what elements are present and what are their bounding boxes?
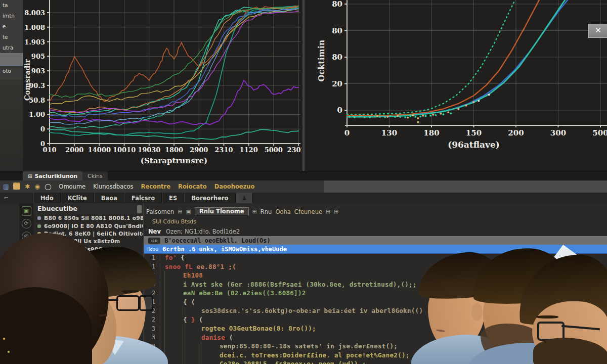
tree-item-label: 6o9008| IO E 80 A810 Qus'8ndiCle bbox=[44, 223, 143, 230]
toolbar: ▥ ✱ ◉ ◯ Omoume Klunosdbacos Recontre Roi… bbox=[0, 180, 607, 193]
gear-icon[interactable]: ✱ bbox=[25, 183, 30, 190]
close-button[interactable]: ✕ bbox=[588, 24, 607, 38]
window-icon: ⊞ bbox=[28, 171, 32, 181]
code-text: senp:85.80:80-.18s satets' in jse.der£ne… bbox=[220, 342, 398, 350]
editor-subheader-row: SUl Cddiu Btsds bbox=[144, 217, 607, 226]
code-text: snoo fL ee.88°1 ;( bbox=[165, 263, 236, 270]
svg-text:80: 80 bbox=[332, 26, 342, 35]
code-text: sos38dscn.'s'ss.6oktg)o~obe:ar beia:éet … bbox=[201, 307, 435, 314]
svg-text:(Staraptrunsre): (Staraptrunsre) bbox=[141, 156, 207, 165]
indent-guide bbox=[164, 333, 179, 342]
grid-small-icon[interactable]: ⊞ bbox=[178, 208, 182, 215]
menu-item[interactable]: Klunosdbacos bbox=[93, 183, 133, 190]
doc-tab[interactable]: KClite bbox=[61, 193, 94, 203]
header-item-run[interactable]: Rnu bbox=[261, 208, 272, 215]
doc-tab-lead-icon[interactable]: ⌐ bbox=[0, 193, 33, 203]
new-row-text: Ozen; NG1:d!o. Bodl1de2 bbox=[166, 228, 240, 235]
code-text: i Avst ske (6er :8886(BsfPsaei (30ko.8ee… bbox=[183, 281, 417, 288]
indent-guide bbox=[164, 315, 179, 325]
svg-text:180: 180 bbox=[423, 128, 439, 138]
doc-tab[interactable]: Baoa bbox=[94, 193, 124, 203]
indent-guide bbox=[164, 289, 179, 298]
code-text: { } ( bbox=[183, 316, 203, 324]
svg-text:(96atflave): (96atflave) bbox=[448, 140, 500, 150]
strip-grid-icon[interactable]: ▣ bbox=[22, 206, 31, 216]
svg-text:130: 130 bbox=[381, 128, 397, 138]
camera-icon[interactable]: ◉ bbox=[34, 183, 39, 190]
grid-icon[interactable]: ▥ bbox=[3, 183, 9, 190]
indent-guide bbox=[164, 324, 179, 333]
tree-item[interactable]: B80 6 850s Sil 8081 8008.1 o98kd bbox=[33, 214, 143, 222]
svg-text:905: 905 bbox=[31, 53, 45, 60]
record-icon[interactable]: ◯ bbox=[45, 183, 51, 190]
svg-text:1.008: 1.008 bbox=[24, 24, 45, 31]
strip-sync-icon[interactable]: ⟳ bbox=[22, 219, 31, 229]
svg-text:80: 80 bbox=[332, 0, 342, 9]
screenshot-root: 0102000140001001019030180029002310112050… bbox=[0, 0, 607, 364]
folder-icon[interactable] bbox=[13, 184, 20, 190]
code-text: Ce28e 2088L5, £s8neox:e: poem.(ud)) : bbox=[220, 360, 366, 364]
tree-scrollbar[interactable] bbox=[137, 205, 142, 213]
svg-text:150: 150 bbox=[466, 128, 482, 138]
menu-item-accent[interactable]: Roiocato bbox=[178, 183, 207, 190]
person-2-ear bbox=[471, 303, 483, 321]
doc-tab[interactable]: ES bbox=[162, 193, 184, 203]
window-tab-active[interactable]: ⊞Sacluriklunon bbox=[23, 171, 82, 181]
menu-item[interactable]: Omoume bbox=[59, 183, 85, 190]
person-1-brow bbox=[121, 290, 139, 293]
grid-small-icon[interactable]: ⊞ bbox=[326, 208, 330, 215]
grid-small-icon[interactable]: ⊞ bbox=[334, 208, 338, 215]
line-number: 2 bbox=[144, 316, 160, 323]
editor-new-row: Nev Ozen; NG1:d!o. Bodl1de2 bbox=[144, 226, 607, 236]
code-text: { ( bbox=[183, 298, 195, 306]
menu-item-accent[interactable]: Recontre bbox=[141, 183, 171, 190]
left-menu-item[interactable]: ta bbox=[0, 0, 23, 11]
svg-text:2900: 2900 bbox=[190, 146, 208, 154]
indent-guide bbox=[164, 280, 179, 289]
doc-tab-active-icon[interactable]: ♟ bbox=[236, 193, 253, 203]
toolbar-left: ▥ ✱ ◉ ◯ Omoume Klunosdbacos Recontre Roi… bbox=[0, 180, 324, 193]
left-menu-item[interactable]: utra bbox=[0, 42, 23, 53]
left-menu-footer bbox=[0, 80, 23, 171]
svg-text:80: 80 bbox=[332, 53, 342, 62]
row-badge: licou bbox=[147, 246, 158, 252]
svg-text:Comsradir: Comsradir bbox=[23, 59, 31, 101]
code-text: Eh108 bbox=[183, 271, 203, 279]
menu-item-accent[interactable]: Daoohoezuo bbox=[214, 183, 255, 190]
doc-tab[interactable]: Boreorhero bbox=[184, 193, 235, 203]
selected-row-gray[interactable]: ico B'oececuAl oeoEbkll. Loud(Os) bbox=[144, 236, 607, 245]
svg-text:2000: 2000 bbox=[65, 146, 83, 154]
code-text: dcei.c. toTrees:Doider££ine. al poce!et%… bbox=[220, 351, 410, 359]
new-label[interactable]: Nev bbox=[148, 228, 161, 235]
indent-guide bbox=[183, 306, 197, 315]
svg-text:90.3: 90.3 bbox=[29, 82, 45, 89]
tree-header: Ebuecutibe bbox=[33, 203, 143, 214]
doc-tab[interactable]: Hdo bbox=[33, 193, 61, 203]
svg-text:300: 300 bbox=[550, 128, 566, 138]
svg-text:50.8: 50.8 bbox=[29, 97, 45, 104]
left-menu-item[interactable]: oto bbox=[0, 66, 23, 76]
indent-guide bbox=[201, 351, 215, 360]
line-number: 3 bbox=[144, 334, 160, 341]
sigmoid-fit-chart: 0130180150200300500808080200(96atflave)O… bbox=[304, 0, 607, 171]
svg-text:200: 200 bbox=[508, 128, 524, 138]
left-menu-item[interactable]: e bbox=[0, 21, 23, 32]
window-tab-secondary[interactable]: Ckins bbox=[82, 171, 108, 181]
left-menu-item[interactable] bbox=[0, 53, 23, 66]
left-menu-item[interactable]: imtn bbox=[0, 11, 23, 21]
box-icon[interactable]: ▣ bbox=[186, 208, 191, 215]
svg-text:0: 0 bbox=[337, 106, 342, 115]
indent-guide bbox=[164, 298, 179, 307]
header-item-clean[interactable]: Cfeuneue bbox=[294, 208, 322, 215]
svg-text:14000: 14000 bbox=[88, 146, 111, 154]
tree-item-icon bbox=[37, 216, 41, 220]
grid-small-icon[interactable]: ⊞ bbox=[252, 208, 257, 215]
tree-item[interactable]: 6o9008| IO E 80 A810 Qus'8ndiCle bbox=[33, 222, 143, 230]
svg-text:0: 0 bbox=[40, 140, 45, 148]
svg-text:20: 20 bbox=[332, 79, 342, 88]
doc-tab[interactable]: Falcsro bbox=[124, 193, 162, 203]
left-menu-item[interactable]: te bbox=[0, 32, 23, 42]
run-rename-button[interactable]: Rnlu Tlonome bbox=[195, 207, 249, 216]
code-text: danise ( bbox=[201, 334, 233, 341]
header-item-data[interactable]: Ooha bbox=[275, 208, 290, 215]
